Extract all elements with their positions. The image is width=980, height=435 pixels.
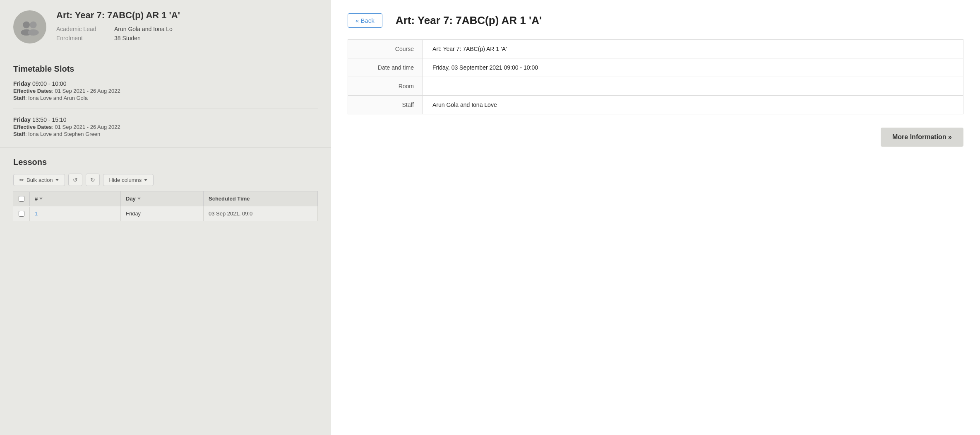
timetable-slots-section: Timetable Slots Friday 09:00 - 10:00 Eff… [0,54,331,147]
chevron-down-icon [55,179,59,181]
slot-1-time: 09:00 - 10:00 [32,80,67,87]
undo-icon: ↺ [73,176,78,183]
left-panel: Art: Year 7: 7ABC(p) AR 1 'A' Academic L… [0,0,331,435]
info-table-body: Course Art: Year 7: 7ABC(p) AR 1 'A' Dat… [348,40,963,114]
info-table: Course Art: Year 7: 7ABC(p) AR 1 'A' Dat… [348,39,963,114]
enrolment-row: Enrolment 38 Studen [56,35,180,41]
course-avatar [13,10,46,44]
info-label-course: Course [348,40,423,58]
redo-button[interactable]: ↻ [86,174,100,186]
table-header-row: # Day Scheduled Time [13,191,318,206]
course-header: Art: Year 7: 7ABC(p) AR 1 'A' Academic L… [0,0,331,54]
row-day-cell: Friday [121,206,204,221]
table-header-time-label: Scheduled Time [209,196,250,202]
row-number-link[interactable]: 1 [35,210,38,217]
sort-icon-day [137,198,141,200]
slot-1-day: Friday [13,80,31,87]
info-value-room [423,77,963,96]
slot-2-time: 13:50 - 15:10 [32,116,67,123]
info-label-datetime: Date and time [348,58,423,77]
info-value-datetime: Friday, 03 September 2021 09:00 - 10:00 [423,58,963,77]
academic-lead-label: Academic Lead [56,26,114,32]
enrolment-label: Enrolment [56,35,114,41]
panel-title: Art: Year 7: 7ABC(p) AR 1 'A' [396,14,542,27]
row-checkbox-cell [13,207,30,221]
table-header-time: Scheduled Time [204,191,318,206]
info-value-staff: Arun Gola and Iona Love [423,96,963,114]
pencil-icon: ✏ [19,177,24,183]
slot-1-staff: Staff: Iona Love and Arun Gola [13,95,318,101]
info-row-staff: Staff Arun Gola and Iona Love [348,96,963,114]
info-row-datetime: Date and time Friday, 03 September 2021 … [348,58,963,77]
sort-icon-number [39,198,43,200]
academic-lead-value: Arun Gola and Iona Lo [114,26,173,32]
row-time-cell: 03 Sep 2021, 09:0 [204,206,318,221]
svg-point-0 [23,22,30,29]
info-value-course: Art: Year 7: 7ABC(p) AR 1 'A' [423,40,963,58]
info-row-room: Room [348,77,963,96]
table-header-day-label: Day [126,196,136,202]
info-row-course: Course Art: Year 7: 7ABC(p) AR 1 'A' [348,40,963,58]
lessons-title: Lessons [13,157,318,167]
row-day-value: Friday [126,210,141,217]
panel-header: « Back Art: Year 7: 7ABC(p) AR 1 'A' [348,13,963,28]
academic-lead-row: Academic Lead Arun Gola and Iona Lo [56,26,180,32]
bulk-action-button[interactable]: ✏ Bulk action [13,174,65,186]
course-title: Art: Year 7: 7ABC(p) AR 1 'A' [56,10,180,21]
enrolment-value: 38 Studen [114,35,141,41]
lessons-section: Lessons ✏ Bulk action ↺ ↻ Hide columns [0,147,331,221]
info-label-staff: Staff [348,96,423,114]
slot-2-day: Friday [13,116,31,123]
course-title-block: Art: Year 7: 7ABC(p) AR 1 'A' Academic L… [56,10,180,44]
bulk-action-label: Bulk action [26,177,53,183]
row-time-value: 03 Sep 2021, 09:0 [209,210,252,217]
timetable-slot-1: Friday 09:00 - 10:00 Effective Dates: 01… [13,80,318,109]
select-all-checkbox[interactable] [19,196,24,202]
redo-icon: ↻ [90,176,95,183]
slot-1-day-time: Friday 09:00 - 10:00 [13,80,318,87]
slot-2-dates: Effective Dates: 01 Sep 2021 - 26 Aug 20… [13,124,318,130]
right-panel: « Back Art: Year 7: 7ABC(p) AR 1 'A' Cou… [331,0,980,435]
lessons-toolbar: ✏ Bulk action ↺ ↻ Hide columns [13,174,318,186]
back-button[interactable]: « Back [348,13,382,28]
chevron-down-icon-2 [144,179,147,181]
row-number-cell: 1 [30,206,121,221]
table-header-checkbox-cell [13,192,30,206]
timetable-slot-2: Friday 13:50 - 15:10 Effective Dates: 01… [13,116,318,137]
info-label-room: Room [348,77,423,96]
table-header-number-label: # [35,196,38,202]
hide-columns-label: Hide columns [109,177,142,183]
svg-point-3 [28,29,39,36]
slot-2-staff: Staff: Iona Love and Stephen Green [13,131,318,137]
timetable-slots-title: Timetable Slots [13,64,318,74]
row-checkbox[interactable] [19,211,24,217]
hide-columns-button[interactable]: Hide columns [103,174,154,186]
svg-point-2 [30,22,37,29]
slot-2-day-time: Friday 13:50 - 15:10 [13,116,318,123]
undo-button[interactable]: ↺ [68,174,82,186]
slot-1-dates: Effective Dates: 01 Sep 2021 - 26 Aug 20… [13,88,318,94]
table-row: 1 Friday 03 Sep 2021, 09:0 [13,206,318,221]
table-header-number: # [30,191,121,206]
more-information-button[interactable]: More Information » [881,128,963,147]
group-icon [19,17,40,37]
table-header-day: Day [121,191,204,206]
